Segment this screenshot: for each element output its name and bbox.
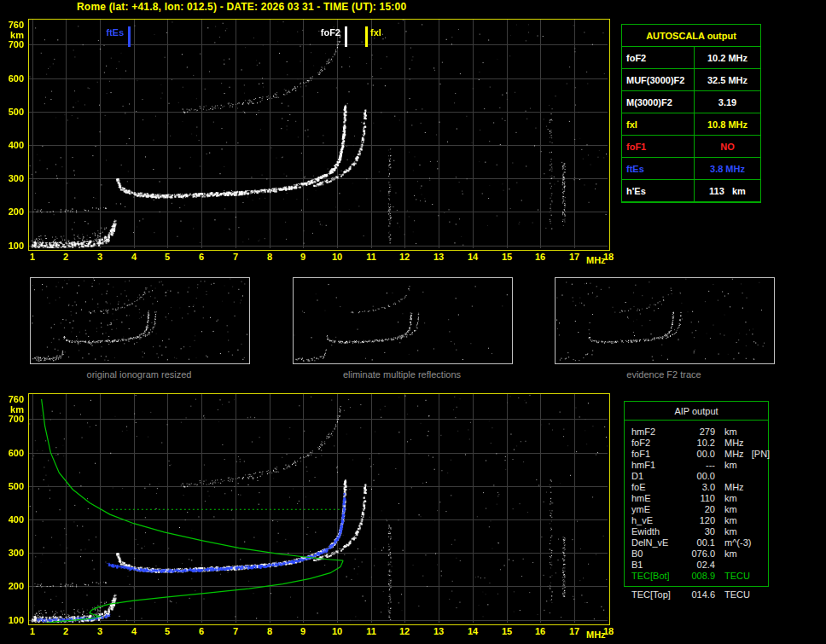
aip-row-value: 00.1 — [683, 537, 715, 548]
x-axis-tick-bottom: 11 — [361, 626, 381, 636]
aip-row-label: TEC[Bot] — [631, 571, 683, 582]
aip-row-value: --- — [683, 460, 715, 471]
aip-row-foF2: foF210.2MHz — [631, 438, 765, 449]
aip-row-foF1: foF100.0MHz [PN] — [631, 449, 765, 460]
marker-line-fxI — [365, 26, 368, 47]
aip-row-label: Ewidth — [631, 526, 683, 537]
aip-row-value: 00.0 — [683, 449, 715, 460]
x-axis-tick-top: 2 — [55, 252, 76, 262]
x-axis-tick-top: 4 — [124, 252, 144, 262]
aip-row-label: B0 — [631, 548, 683, 560]
aip-row-label: hmE — [631, 493, 683, 504]
x-axis-tick-top: 11 — [361, 252, 381, 262]
autoscala-row-label: foF1 — [622, 136, 695, 158]
y-axis-tick-top: 500 — [0, 107, 24, 117]
autoscala-row-value: 10.8 MHz — [695, 113, 760, 136]
y-axis-tick-bottom: 200 — [0, 581, 24, 591]
x-axis-tick-top: 12 — [394, 252, 415, 262]
marker-label-ftEs: ftEs — [106, 27, 124, 38]
x-axis-tick-bottom: 14 — [462, 626, 483, 636]
x-axis-tick-bottom: 2 — [55, 626, 76, 636]
aip-row-label: foF2 — [631, 438, 683, 449]
aip-rows: hmF2279kmfoF210.2MHzfoF100.0MHz [PN]hmF1… — [625, 421, 768, 586]
x-axis-tick-bottom: 12 — [394, 626, 415, 636]
y-axis-tick-top: 300 — [0, 173, 24, 183]
x-axis-unit-bottom: MHz — [586, 629, 606, 640]
y-axis-tick-bottom: 300 — [0, 548, 24, 558]
station-date-time-title: Rome (lat: +41.8, lon: 012.5) - DATE: 20… — [77, 1, 406, 13]
x-axis-tick-bottom: 16 — [530, 626, 550, 636]
aip-row-unit: TECU — [715, 571, 765, 582]
y-axis-unit-bottom: km — [0, 404, 24, 415]
aip-row-hmF2: hmF2279km — [631, 426, 765, 438]
aip-row-value: 30 — [683, 526, 715, 537]
autoscala-row-value: NO — [695, 136, 760, 158]
y-axis-tick-bottom: 600 — [0, 448, 24, 458]
aip-row-unit: MHz [PN] — [715, 449, 770, 460]
x-axis-tick-top: 9 — [293, 252, 313, 262]
aip-row-hmF1: hmF1---km — [631, 460, 765, 471]
aip-row-label: ymE — [631, 504, 683, 515]
aip-row-unit — [715, 560, 765, 571]
autoscala-row-value: 3.8 MHz — [695, 158, 760, 180]
aip-output-panel: AIP output hmF2279kmfoF210.2MHzfoF100.0M… — [624, 401, 769, 587]
aip-row-TEC[Bot]: TEC[Bot]008.9TECU — [631, 571, 765, 582]
autoscala-row-value: 10.2 MHz — [695, 47, 760, 69]
x-axis-tick-top: 16 — [530, 252, 550, 262]
ionogram-canvas-bottom — [29, 394, 608, 623]
x-axis-tick-bottom: 13 — [428, 626, 449, 636]
ionogram-plot-bottom — [28, 393, 610, 625]
x-axis-tick-bottom: 9 — [293, 626, 313, 636]
marker-label-foF2: foF2 — [321, 27, 340, 38]
x-axis-tick-bottom: 1 — [22, 626, 43, 636]
aip-row-unit: km — [715, 426, 765, 438]
aip-row-value: 10.2 — [683, 438, 715, 449]
y-axis-tick-top: 400 — [0, 140, 24, 150]
aip-row-hmE: hmE110km — [631, 493, 765, 504]
autoscala-row-label: ftEs — [622, 158, 695, 180]
aip-row-unit: km — [715, 460, 765, 471]
thumbnail-caption-f2: evidence F2 trace — [554, 369, 774, 380]
aip-footer-value: 014.6 — [683, 589, 715, 600]
aip-row-value: 279 — [683, 426, 715, 438]
x-axis-tick-bottom: 17 — [564, 626, 585, 636]
aip-row-label: foF1 — [631, 449, 683, 460]
ionogram-canvas-top — [29, 20, 608, 248]
aip-row-value: 008.9 — [683, 571, 715, 582]
aip-row-unit — [715, 471, 765, 482]
x-axis-tick-bottom: 3 — [90, 626, 110, 636]
thumbnail-canvas-f2 — [556, 278, 772, 362]
aip-row-B1: B102.4 — [631, 560, 765, 571]
aip-row-Ewidth: Ewidth30km — [631, 526, 765, 537]
thumbnail-original-ionogram — [30, 277, 250, 364]
aip-row-value: 076.0 — [683, 548, 715, 560]
x-axis-tick-bottom: 7 — [225, 626, 246, 636]
aip-row-label: D1 — [631, 471, 683, 482]
thumbnail-caption-original: original ionogram resized — [29, 369, 249, 380]
y-axis-tick-top: 700 — [0, 39, 24, 49]
ionogram-plot-top: ftEsfoF2fxI — [28, 19, 610, 251]
x-axis-tick-top: 10 — [327, 252, 347, 262]
x-axis-tick-top: 6 — [191, 252, 212, 262]
x-axis-tick-top: 8 — [259, 252, 280, 262]
aip-row-D1: D100.0 — [631, 471, 765, 482]
autoscala-row-label: foF2 — [622, 47, 695, 69]
aip-row-value: 120 — [683, 515, 715, 526]
aip-row-unit: MHz — [715, 482, 765, 493]
aip-row-unit: MHz — [715, 438, 765, 449]
x-axis-tick-bottom: 8 — [259, 626, 280, 636]
aip-panel-header: AIP output — [625, 402, 768, 421]
autoscala-output-table: AUTOSCALA output foF210.2 MHzMUF(3000)F2… — [621, 24, 761, 203]
thumbnail-caption-reflections: eliminate multiple reflections — [292, 369, 512, 380]
y-axis-tick-top: 760 — [0, 20, 24, 30]
autoscala-row-label: h'Es — [622, 180, 695, 202]
x-axis-tick-top: 17 — [564, 252, 585, 262]
x-axis-unit-top: MHz — [586, 255, 606, 265]
x-axis-tick-top: 13 — [428, 252, 449, 262]
thumbnail-f2-trace — [555, 277, 775, 364]
x-axis-tick-top: 15 — [497, 252, 517, 262]
y-axis-tick-bottom: 100 — [0, 615, 24, 625]
x-axis-tick-top: 14 — [462, 252, 483, 262]
x-axis-tick-bottom: 5 — [157, 626, 177, 636]
x-axis-tick-bottom: 15 — [497, 626, 517, 636]
